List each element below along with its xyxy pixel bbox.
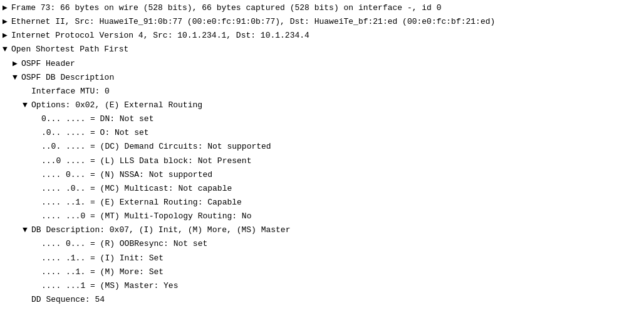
expand-icon[interactable]: ▼ (23, 99, 31, 112)
leaf-icon (33, 169, 41, 181)
row-dd-seq[interactable]: DD Sequence: 54 (0, 293, 644, 307)
row-o[interactable]: .0.. .... = O: Not set (0, 126, 644, 140)
row-lls[interactable]: ...0 .... = (L) LLS Data block: Not Pres… (0, 154, 644, 168)
row-label: OSPF DB Description (21, 72, 114, 84)
row-label: ...0 .... = (L) LLS Data block: Not Pres… (41, 155, 251, 168)
row-oobresync[interactable]: .... 0... = (R) OOBResync: Not set (0, 237, 644, 251)
row-label: ..0. .... = (DC) Demand Circuits: Not su… (41, 141, 271, 153)
expand-icon[interactable]: ▼ (13, 72, 21, 84)
row-ethernet[interactable]: ▶ Ethernet II, Src: HuaweiTe_91:0b:77 (0… (0, 15, 644, 29)
leaf-icon (33, 252, 41, 265)
row-master[interactable]: .... ...1 = (MS) Master: Yes (0, 279, 644, 293)
row-dc[interactable]: ..0. .... = (DC) Demand Circuits: Not su… (0, 140, 644, 154)
leaf-icon (33, 155, 41, 168)
row-options[interactable]: ▼ Options: 0x02, (E) External Routing (0, 98, 644, 112)
row-ospf-db[interactable]: ▼ OSPF DB Description (0, 71, 644, 85)
leaf-icon (33, 280, 41, 292)
row-label: Ethernet II, Src: HuaweiTe_91:0b:77 (00:… (11, 16, 495, 28)
row-db-desc[interactable]: ▼ DB Description: 0x07, (I) Init, (M) Mo… (0, 223, 644, 237)
row-label: Frame 73: 66 bytes on wire (528 bits), 6… (11, 2, 442, 14)
packet-tree: ▶ Frame 73: 66 bytes on wire (528 bits),… (0, 0, 644, 308)
row-ospf-header[interactable]: ▶ OSPF Header (0, 57, 644, 71)
leaf-icon (33, 238, 41, 250)
row-nssa[interactable]: .... 0... = (N) NSSA: Not supported (0, 168, 644, 182)
row-init[interactable]: .... .1.. = (I) Init: Set (0, 252, 644, 265)
leaf-icon (33, 196, 41, 209)
row-label: OSPF Header (21, 58, 75, 70)
row-label: .... ...0 = (MT) Multi-Topology Routing:… (41, 210, 251, 223)
expand-icon[interactable]: ▶ (3, 2, 11, 14)
row-label: .... ..1. = (E) External Routing: Capabl… (41, 196, 242, 209)
row-label: .... .1.. = (I) Init: Set (41, 252, 164, 265)
row-mc[interactable]: .... .0.. = (MC) Multicast: Not capable (0, 182, 644, 196)
row-label: DD Sequence: 54 (31, 294, 105, 306)
expand-icon[interactable]: ▶ (13, 58, 21, 70)
row-label: Open Shortest Path First (11, 43, 128, 56)
row-e[interactable]: .... ..1. = (E) External Routing: Capabl… (0, 196, 644, 210)
expand-icon[interactable]: ▶ (3, 16, 11, 28)
row-label: .... ...1 = (MS) Master: Yes (41, 280, 178, 292)
leaf-icon (33, 141, 41, 153)
expand-icon[interactable]: ▼ (23, 224, 31, 237)
leaf-icon (33, 210, 41, 223)
row-label: DB Description: 0x07, (I) Init, (M) More… (31, 224, 290, 237)
expand-icon[interactable]: ▶ (3, 29, 11, 42)
row-iface-mtu[interactable]: Interface MTU: 0 (0, 85, 644, 98)
row-label: .... 0... = (R) OOBResync: Not set (41, 238, 207, 250)
row-label: .... .0.. = (MC) Multicast: Not capable (41, 183, 232, 195)
row-label: 0... .... = DN: Not set (41, 113, 153, 125)
row-mt[interactable]: .... ...0 = (MT) Multi-Topology Routing:… (0, 210, 644, 223)
row-label: Options: 0x02, (E) External Routing (31, 99, 202, 112)
row-more[interactable]: .... ..1. = (M) More: Set (0, 265, 644, 279)
leaf-icon (23, 294, 31, 306)
row-label: .... ..1. = (M) More: Set (41, 266, 164, 279)
expand-icon[interactable]: ▼ (3, 43, 11, 56)
leaf-icon (23, 85, 31, 98)
row-label: Internet Protocol Version 4, Src: 10.1.2… (11, 29, 309, 42)
row-ospf[interactable]: ▼ Open Shortest Path First (0, 43, 644, 56)
row-label: .... 0... = (N) NSSA: Not supported (41, 169, 212, 181)
row-label: .0.. .... = O: Not set (41, 127, 149, 139)
leaf-icon (33, 266, 41, 279)
row-label: Interface MTU: 0 (31, 85, 110, 98)
leaf-icon (33, 183, 41, 195)
row-frame[interactable]: ▶ Frame 73: 66 bytes on wire (528 bits),… (0, 1, 644, 15)
row-dn[interactable]: 0... .... = DN: Not set (0, 112, 644, 126)
leaf-icon (33, 113, 41, 125)
row-ip[interactable]: ▶ Internet Protocol Version 4, Src: 10.1… (0, 29, 644, 43)
leaf-icon (33, 127, 41, 139)
